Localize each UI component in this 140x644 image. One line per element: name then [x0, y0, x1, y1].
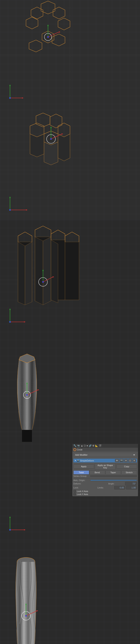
svg-point-83	[26, 394, 28, 396]
scene5-svg	[0, 542, 140, 644]
svg-marker-26	[10, 196, 10, 198]
svg-marker-56	[43, 237, 51, 305]
svg-point-67	[42, 281, 44, 283]
add-modifier-btn-1[interactable]: Add Modifier ▼	[74, 453, 137, 457]
mod-render-btn[interactable]: 📷	[120, 459, 124, 462]
tab-stretch[interactable]: Stretch	[121, 470, 137, 474]
viewport-1[interactable]	[0, 0, 140, 110]
deform-row: Deform: Angle: 72°	[74, 482, 137, 486]
svg-marker-80	[38, 389, 39, 390]
lock-y-row: Lock Y Axis	[74, 493, 137, 496]
simpledeform-title: ▼ 📷 SimpleDeform 👁 📷 ✏ ⬡ ✕	[74, 459, 137, 462]
simpledeform-block: ▼ 📷 SimpleDeform 👁 📷 ✏ ⬡ ✕ Apply Apply a…	[72, 458, 138, 496]
vertex-group-field[interactable]	[90, 476, 137, 477]
svg-rect-61	[65, 242, 79, 300]
limit-min-field[interactable]: 0.05	[114, 486, 125, 490]
svg-marker-3	[22, 97, 24, 98]
panel1-icon8: 📐	[95, 444, 98, 447]
limit-max-field[interactable]: 1.00	[126, 486, 137, 490]
svg-marker-96	[36, 610, 38, 612]
panel1-icon2: 📷	[77, 444, 80, 447]
panel1-object-header: Circle	[72, 448, 138, 452]
svg-point-41	[50, 138, 52, 140]
mod-edit-btn[interactable]: ✏	[124, 459, 128, 462]
svg-marker-24	[26, 209, 28, 210]
svg-rect-76	[22, 430, 32, 442]
panel1-icon9: 🎬	[99, 444, 102, 447]
svg-marker-31	[30, 134, 44, 157]
panel1-circle-icon	[74, 448, 76, 451]
svg-marker-40	[50, 126, 52, 128]
simpledeform-name: SimpleDeform	[80, 460, 94, 462]
svg-marker-5	[10, 84, 10, 86]
viewport-3[interactable]	[0, 220, 140, 332]
vertex-group-row: Vertex Group:	[74, 475, 137, 477]
svg-marker-51	[18, 242, 25, 305]
mod-eye-btn[interactable]: 👁	[115, 459, 119, 462]
mod-delete-btn[interactable]: ✕	[132, 459, 136, 462]
apply-btn-1[interactable]: Apply	[74, 464, 94, 468]
mod-camera-icon: 📷	[77, 460, 80, 462]
svg-marker-9	[26, 17, 38, 29]
axis-origin-field[interactable]	[90, 480, 137, 481]
svg-marker-59	[51, 240, 58, 303]
apply-row-1: Apply Apply as Shape Key Copy	[74, 463, 137, 470]
tab-twist[interactable]: Twist	[74, 470, 89, 474]
panel1-icon3: ▲	[81, 444, 83, 447]
panel1-add-area: Add Modifier ▼	[72, 452, 138, 458]
svg-marker-29	[44, 142, 58, 165]
scene4-svg	[0, 332, 140, 542]
modifier-panel-1: 🔧 📷 ▲ ⬡ ● 🔗 ⚙ 📐 🎬 Circle Add Modifier ▼	[72, 444, 138, 496]
tab-taper[interactable]: Taper	[106, 470, 121, 474]
svg-marker-13	[58, 18, 70, 30]
lock-x-checkbox[interactable]	[74, 490, 76, 492]
tab-bend[interactable]: Bend	[90, 470, 105, 474]
deform-tabs: Twist Bend Taper Stretch	[74, 470, 137, 474]
mod-expand-icon[interactable]: ▼	[74, 460, 76, 462]
lock-x-row: Lock X Axis	[74, 490, 137, 492]
panel1-icon6: 🔗	[89, 444, 92, 447]
svg-marker-47	[10, 308, 10, 310]
svg-marker-15	[29, 40, 42, 52]
scene2-svg	[0, 110, 140, 220]
svg-marker-17	[59, 32, 60, 32]
viewport-4[interactable]: 🔧 📷 ▲ ⬡ ● 🔗 ⚙ 📐 🎬 Circle Add Modifier ▼	[0, 332, 140, 542]
svg-marker-12	[53, 7, 65, 19]
mod-cage-btn[interactable]: ⬡	[128, 459, 132, 462]
svg-marker-55	[35, 237, 43, 305]
svg-marker-71	[24, 529, 26, 530]
viewport-5[interactable]: 🔧 📷 ▲ ⬡ ● 🔗 ⚙ Circle Add Modifier ▼ ▶ Si	[0, 542, 140, 644]
panel1-icon7: ⚙	[92, 444, 94, 447]
panel1-object-name: Circle	[77, 448, 82, 451]
apply-shape-btn-1[interactable]: Apply as Shape Key	[95, 463, 116, 470]
lock-row: Lock: Limits: 0.05 1.00	[74, 486, 137, 490]
angle-field[interactable]: 72°	[125, 482, 137, 486]
scene3-svg	[0, 220, 140, 332]
svg-marker-10	[31, 7, 43, 19]
panel1-wrench-icon: 🔧	[74, 444, 76, 447]
svg-marker-34	[36, 113, 50, 127]
panel1-header-bar: 🔧 📷 ▲ ⬡ ● 🔗 ⚙ 📐 🎬	[72, 444, 138, 448]
svg-point-20	[47, 36, 49, 38]
panel1-icon4: ⬡	[84, 444, 86, 447]
viewport-2[interactable]	[0, 110, 140, 220]
svg-marker-73	[10, 516, 10, 518]
svg-point-99	[25, 615, 27, 616]
scene1-svg	[0, 0, 140, 110]
svg-marker-35	[50, 114, 62, 128]
lock-y-checkbox[interactable]	[74, 493, 76, 496]
svg-marker-52	[25, 242, 32, 305]
svg-point-6	[9, 97, 11, 99]
svg-marker-45	[24, 321, 26, 322]
panel1-icon5: ●	[86, 444, 88, 447]
axis-origin-row: Axis, Origin:	[74, 479, 137, 482]
svg-marker-33	[58, 134, 70, 161]
svg-point-27	[9, 209, 11, 211]
svg-point-48	[9, 321, 11, 323]
svg-marker-38	[62, 133, 63, 134]
svg-marker-19	[48, 24, 48, 26]
add-mod-arrow: ▼	[133, 454, 135, 456]
copy-btn-1[interactable]: Copy	[116, 464, 137, 468]
svg-point-74	[9, 529, 11, 531]
